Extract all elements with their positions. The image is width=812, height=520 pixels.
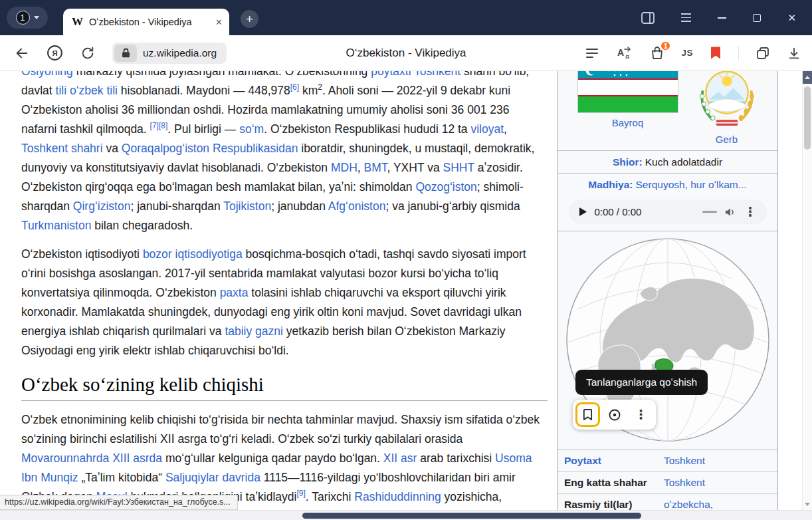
article-link[interactable]: oʻzbek tili <box>70 84 118 97</box>
article-text: Oʻzbek etnonimining kelib chiqishi toʻgʻ… <box>21 413 540 446</box>
article-link[interactable]: MDH <box>331 161 357 174</box>
bookmark-icon[interactable] <box>710 46 722 60</box>
article-link[interactable]: paxta <box>220 286 249 299</box>
article-link[interactable]: Afgʻoniston <box>328 199 386 213</box>
article-link[interactable]: BMT <box>364 161 387 174</box>
infobox-table: Poytaxt Toshkent Eng katta shahar Toshke… <box>558 450 777 510</box>
article-link[interactable]: Toshkent <box>414 71 460 78</box>
table-row: Eng katta shahar Toshkent <box>558 471 777 493</box>
anthem-title-link[interactable]: Serquyosh, hur oʻlkam... <box>636 179 747 190</box>
yandex-logo-icon[interactable]: Я <box>47 45 63 61</box>
add-to-collection-button[interactable] <box>575 402 600 427</box>
flag-caption-link[interactable]: Bayroq <box>578 117 678 128</box>
status-url-popup: https://uz.wikipedia.org/wiki/Fayl:Узбек… <box>0 495 238 510</box>
close-button[interactable] <box>787 12 796 24</box>
extension-badge: 1 <box>660 41 672 51</box>
motto-label-link[interactable]: Shior: <box>613 156 643 168</box>
article-link[interactable]: XIII asrda <box>112 452 162 465</box>
article-link[interactable]: Qirgʻiziston <box>73 199 131 213</box>
lock-icon[interactable] <box>114 45 137 62</box>
article-link[interactable]: [8] <box>159 121 167 130</box>
motto-row: Shior:Kuch adolatdadir <box>558 150 777 173</box>
article-link[interactable]: SHHT <box>443 161 474 174</box>
sidebar-panel-icon[interactable] <box>641 12 655 24</box>
tab-group-count-badge: 1 <box>16 11 30 25</box>
infobox-row-label: Eng katta shahar <box>564 477 664 489</box>
article-text: moʻgʻullar kelguniga qadar paydo boʻlgan… <box>162 452 383 465</box>
article-link[interactable]: XII asr <box>383 452 417 465</box>
scroll-up-icon[interactable] <box>803 71 812 84</box>
address-bar[interactable]: uz.wikipedia.org <box>112 43 227 64</box>
article-text: . Pul birligi — <box>167 122 239 136</box>
new-tab-button[interactable] <box>241 10 258 28</box>
horizontal-scrollbar-thumb[interactable] <box>302 513 641 519</box>
article-link[interactable]: Qoraqalpogʻiston Respublikasidan <box>122 142 298 155</box>
scroll-down-icon[interactable] <box>803 499 812 509</box>
visual-search-button[interactable] <box>602 402 627 427</box>
download-icon[interactable] <box>787 46 801 61</box>
infobox-row-value[interactable]: Toshkent <box>664 477 771 489</box>
article-link[interactable]: Turkmaniston <box>21 219 91 232</box>
horizontal-scrollbar[interactable] <box>0 510 812 520</box>
article-link[interactable]: Qozogʻiston <box>415 180 476 194</box>
image-more-options-button[interactable] <box>629 402 653 427</box>
refresh-button[interactable] <box>80 46 95 61</box>
article-link[interactable]: Movarounnahrda <box>21 452 109 465</box>
maximize-button[interactable] <box>753 14 761 22</box>
emblem-caption-link[interactable]: Gerb <box>696 134 758 145</box>
article-link[interactable]: Rashiduddinning <box>354 490 441 503</box>
tab-group-chip[interactable]: 1 <box>7 7 48 29</box>
article-body: Osiyoning markaziy qismida joylashgan ma… <box>21 71 548 510</box>
infobox-row-label: Rasmiy til(lar) <box>564 499 664 510</box>
article-link[interactable]: Tojikiston <box>223 199 271 213</box>
article-link[interactable]: tabiiy gazni <box>225 325 283 338</box>
vertical-scrollbar-thumb[interactable] <box>804 86 811 150</box>
article-text: Oʻzbekiston iqtisodiyoti <box>21 247 143 261</box>
audio-menu-icon[interactable] <box>744 205 757 219</box>
table-row: Poytaxt Toshkent <box>558 450 777 471</box>
uzbekistan-flag-image[interactable] <box>578 71 678 112</box>
section-heading: Oʻzbek soʻzining kelib chiqishi <box>21 374 548 401</box>
minimize-button[interactable] <box>718 17 726 19</box>
infobox-row-value[interactable]: Toshkent <box>664 455 771 467</box>
seek-slider[interactable] <box>702 211 717 213</box>
volume-icon[interactable] <box>724 207 737 217</box>
article-link[interactable]: Osiyoning <box>21 71 73 78</box>
audio-time: 0:00 / 0:00 <box>595 206 642 217</box>
tabbar-menu-icon[interactable] <box>681 13 691 21</box>
uzbekistan-emblem-image[interactable] <box>696 71 758 126</box>
extensions-icon[interactable]: 1 <box>650 46 664 61</box>
back-button[interactable] <box>15 46 29 61</box>
add-to-favorites-tooltip: Tanlanganlarga qoʻshish <box>575 370 708 395</box>
article-link[interactable]: tili <box>56 84 67 97</box>
article-link[interactable]: [7] <box>150 121 159 130</box>
article-link[interactable]: [9] <box>296 489 305 498</box>
vertical-scrollbar[interactable] <box>802 71 812 510</box>
infobox-row-value[interactable]: oʻzbekcha, qoraqalpoqcha <box>664 499 771 510</box>
audio-player[interactable]: 0:00 / 0:00 <box>569 199 767 224</box>
js-toggle-icon[interactable]: JS <box>681 48 693 58</box>
anthem-row: Madhiya:Serquyosh, hur oʻlkam... <box>558 173 777 195</box>
browser-tab-active[interactable]: W Oʻzbekiston - Vikipediya <box>63 9 229 35</box>
tab-close-icon[interactable] <box>215 17 223 27</box>
reader-mode-icon[interactable] <box>585 47 599 60</box>
article-link[interactable]: bozor iqtisodiyotiga <box>143 247 243 261</box>
translate-icon[interactable]: Aя <box>616 46 633 61</box>
browser-titlebar: 1 W Oʻzbekiston - Vikipediya <box>0 0 812 35</box>
article-link[interactable]: soʻm <box>239 122 264 136</box>
play-icon[interactable] <box>579 207 587 217</box>
anthem-label-link[interactable]: Madhiya: <box>588 179 633 190</box>
article-link[interactable]: [6] <box>290 82 299 92</box>
tabs-panel-icon[interactable] <box>756 46 770 61</box>
browser-window: { "browser": { "tab_group_count": "1", "… <box>0 0 812 520</box>
article-paragraph: Osiyoning markaziy qismida joylashgan ma… <box>21 71 548 235</box>
infobox-row-label[interactable]: Poytaxt <box>564 455 664 467</box>
article-text: bilan chegaradosh. <box>91 219 193 232</box>
article-link[interactable]: poytaxti <box>371 71 411 78</box>
wikipedia-favicon-icon: W <box>72 15 83 29</box>
article-text: ; janubdan <box>271 199 328 213</box>
article-link[interactable]: Toshkent shahri <box>21 142 103 155</box>
article-text: arab tarixchisi <box>417 452 495 465</box>
article-link[interactable]: Saljuqiylar davrida <box>165 471 260 484</box>
article-link[interactable]: viloyat <box>470 122 504 136</box>
